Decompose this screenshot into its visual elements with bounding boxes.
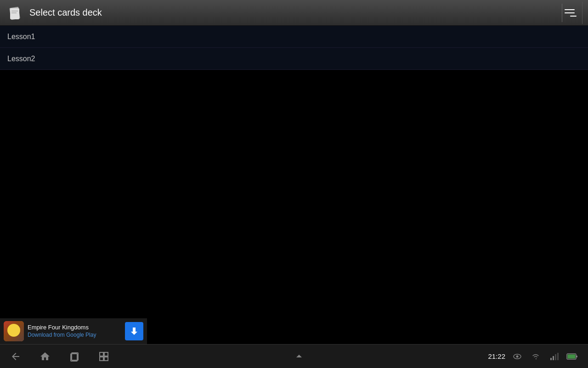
ad-text-block: Empire Four Kingdoms Download from Googl… <box>28 324 121 339</box>
list-item[interactable]: Lesson1 <box>0 26 588 48</box>
caret-up-icon <box>294 351 305 362</box>
list-item-label: Lesson2 <box>7 55 35 63</box>
svg-rect-11 <box>104 357 108 361</box>
menu-line-bot <box>570 16 577 17</box>
svg-rect-15 <box>553 356 554 360</box>
app-bar: Select cards deck <box>0 0 588 26</box>
accessibility-icon <box>511 350 524 363</box>
battery-icon <box>566 350 579 363</box>
recents-button[interactable] <box>68 350 81 363</box>
svg-rect-8 <box>100 352 103 356</box>
svg-point-13 <box>516 355 518 357</box>
screenshot-button[interactable] <box>97 350 110 363</box>
app-title: Select cards deck <box>29 7 560 18</box>
recents-icon <box>69 351 80 362</box>
ad-app-icon <box>4 321 24 341</box>
caret-up-button[interactable] <box>293 350 305 363</box>
menu-line-top <box>565 9 575 10</box>
wifi-signal-icon <box>531 352 540 361</box>
svg-rect-4 <box>133 328 136 332</box>
ad-app-subtitle: Download from Google Play <box>28 332 121 339</box>
app-icon <box>6 4 24 22</box>
nav-right: 21:22 <box>488 350 579 363</box>
battery-status-icon <box>566 353 578 360</box>
list-item[interactable]: Lesson2 <box>0 48 588 70</box>
nav-bar: 21:22 <box>0 344 588 368</box>
clock: 21:22 <box>488 352 505 360</box>
menu-button[interactable] <box>560 2 582 24</box>
home-icon <box>40 351 51 362</box>
list-item-label: Lesson1 <box>7 33 35 41</box>
ad-app-title: Empire Four Kingdoms <box>28 324 121 332</box>
cards-deck-icon <box>6 5 23 21</box>
nav-left <box>9 350 110 363</box>
back-icon <box>10 351 21 362</box>
bar-divider <box>562 4 562 22</box>
nav-center <box>293 350 305 363</box>
svg-rect-9 <box>104 352 108 356</box>
back-button[interactable] <box>9 350 22 363</box>
svg-marker-5 <box>131 332 137 335</box>
list-container: Lesson1 Lesson2 <box>0 26 588 70</box>
svg-rect-16 <box>555 354 556 360</box>
ad-download-button[interactable] <box>125 322 143 340</box>
wifi-icon <box>529 350 542 363</box>
svg-rect-1 <box>10 8 19 19</box>
menu-line-mid <box>565 12 575 13</box>
eye-icon <box>513 352 522 361</box>
home-button[interactable] <box>39 350 51 363</box>
svg-rect-17 <box>557 353 559 360</box>
svg-rect-20 <box>567 354 575 358</box>
download-icon <box>130 327 139 336</box>
screenshot-icon <box>98 351 109 362</box>
svg-rect-19 <box>576 356 577 357</box>
ad-banner[interactable]: Empire Four Kingdoms Download from Googl… <box>0 318 147 344</box>
cell-signal-icon <box>549 352 559 361</box>
svg-rect-10 <box>100 357 103 361</box>
svg-rect-14 <box>550 358 552 360</box>
signal-icon <box>548 350 560 363</box>
